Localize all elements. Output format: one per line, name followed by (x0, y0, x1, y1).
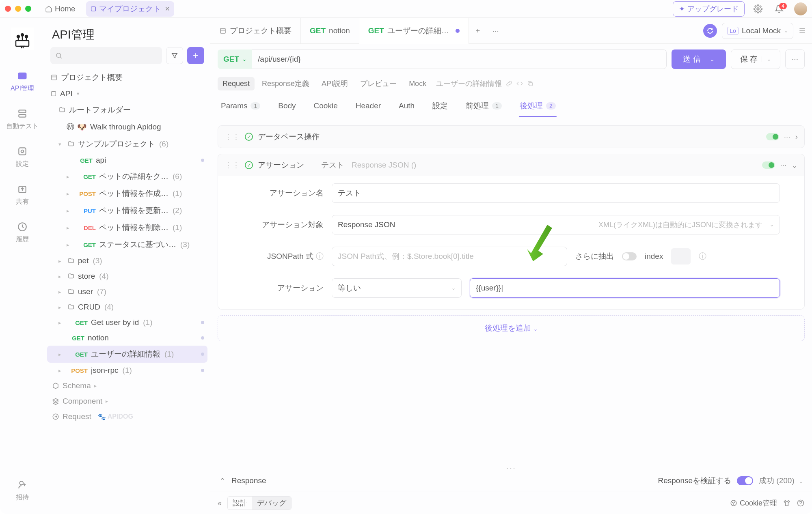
tree-overview[interactable]: プロジェクト概要 (47, 69, 207, 86)
nav-autotest[interactable]: 自動テスト (6, 108, 39, 131)
drag-handle-icon[interactable]: ⋮⋮ (225, 132, 240, 142)
assertion-target-select[interactable]: Response JSON XML(ライクXML)は自動的にJSONに変換されま… (332, 215, 780, 234)
tree-request[interactable]: Request 🐾APIDOG (47, 409, 207, 424)
environment-select[interactable]: Lo Local Mock ⌄ (722, 23, 793, 39)
more-icon[interactable]: ··· (780, 161, 786, 170)
extract-toggle[interactable] (622, 252, 637, 260)
maximize-window-icon[interactable] (25, 6, 31, 12)
mode-segment[interactable]: 設計 デバッグ (227, 496, 292, 510)
reqtab-header[interactable]: Header (355, 97, 382, 117)
tree-folder[interactable]: ▸user(7) (47, 284, 207, 299)
reqtab-pre[interactable]: 前処理1 (465, 97, 503, 117)
seg-debug[interactable]: デバッグ (252, 497, 291, 510)
minitab-request[interactable]: Request (218, 77, 255, 90)
nav-api[interactable]: API管理 (11, 70, 34, 93)
tab-overview[interactable]: プロジェクト概要 (210, 18, 301, 43)
reqtab-params[interactable]: Params1 (220, 97, 261, 117)
close-window-icon[interactable] (5, 6, 11, 12)
index-input[interactable] (671, 248, 691, 265)
tree-component[interactable]: Component ▸ (47, 394, 207, 409)
reqtab-body[interactable]: Body (277, 97, 296, 117)
jsonpath-input[interactable]: JSON Path式、例：$.Store.book[0].title (332, 247, 567, 266)
notifications-icon[interactable]: 4 (771, 4, 787, 13)
minimize-window-icon[interactable] (15, 6, 21, 12)
tree-item[interactable]: GETnotion (47, 330, 207, 346)
save-button[interactable]: 保 存 ⌄ (731, 49, 780, 69)
chevron-up-icon[interactable]: ⌃ (219, 476, 226, 486)
tree-folder[interactable]: ▸pet(3) (47, 253, 207, 269)
send-button[interactable]: 送 信 ⌄ (672, 49, 726, 69)
user-avatar[interactable] (794, 2, 807, 15)
reqtab-auth[interactable]: Auth (398, 97, 415, 117)
tree-item[interactable]: ▸POSTjson-rpc(1) (47, 363, 207, 378)
tshirt-icon[interactable] (783, 499, 791, 507)
nav-share[interactable]: 共有 (16, 183, 29, 206)
seg-design[interactable]: 設計 (228, 497, 252, 510)
panel-toggle-button[interactable] (798, 27, 806, 35)
tab-userdetail[interactable]: GET ユーザーの詳細… (359, 18, 469, 43)
add-button[interactable]: + (187, 47, 204, 64)
drag-handle-icon[interactable]: ⋮⋮ (225, 161, 240, 170)
nav-invite[interactable]: 招待 (16, 479, 29, 502)
reqtab-cookie[interactable]: Cookie (313, 97, 339, 117)
response-splitter[interactable]: ··· (210, 466, 812, 470)
tree-walkthrough[interactable]: Ⓜ 🐶 Walk through Apidog (47, 118, 207, 135)
chevron-down-icon[interactable]: ⌄ (705, 56, 715, 62)
tree-api-root[interactable]: API ▼ (47, 86, 207, 101)
cookie-manager-button[interactable]: Cookie管理 (730, 498, 777, 508)
nav-settings[interactable]: 設定 (16, 145, 29, 168)
minitab-mock[interactable]: Mock (404, 77, 431, 90)
link-icon[interactable] (506, 80, 512, 87)
filter-button[interactable] (166, 47, 183, 64)
assertion-value-input[interactable]: {{user}}| (470, 278, 780, 298)
tree-item[interactable]: GETapi (47, 153, 207, 168)
tree-folder[interactable]: ▸CRUD(4) (47, 299, 207, 315)
tree-root-folder[interactable]: ルートフォルダー (47, 101, 207, 118)
method-select[interactable]: GET ⌄ (218, 49, 252, 69)
tree-folder[interactable]: ▸store(4) (47, 269, 207, 284)
nav-history[interactable]: 履歴 (16, 221, 29, 244)
code-icon[interactable] (516, 80, 523, 87)
collapse-icon[interactable]: « (218, 499, 222, 508)
search-input[interactable] (50, 47, 162, 64)
copy-icon[interactable] (527, 80, 533, 87)
assertion-name-input[interactable]: テスト (332, 183, 780, 203)
minitab-responsedef[interactable]: Response定義 (257, 76, 314, 91)
status-select[interactable]: 成功 (200) ⌄ (759, 475, 803, 486)
minitab-apidoc[interactable]: API説明 (317, 76, 353, 91)
reqtab-post[interactable]: 後処理2 (519, 97, 557, 117)
chevron-right-icon[interactable]: › (795, 132, 798, 141)
tabs-more-button[interactable]: ··· (487, 26, 505, 35)
more-button[interactable]: ··· (785, 49, 805, 69)
tree-schema[interactable]: Schema ▸ (47, 378, 207, 394)
refresh-button[interactable] (703, 24, 717, 38)
new-tab-button[interactable]: + (469, 26, 487, 35)
settings-icon[interactable] (750, 4, 766, 13)
more-icon[interactable]: ··· (784, 132, 790, 141)
chevron-down-icon[interactable]: ⌄ (791, 161, 798, 170)
tree-item[interactable]: ▸DELペット情報を削除…(1) (47, 219, 207, 236)
tab-notion[interactable]: GET notion (301, 18, 359, 43)
chevron-down-icon[interactable]: ⌄ (762, 56, 771, 62)
upgrade-button[interactable]: ✦ アップグレード (673, 1, 745, 17)
url-input[interactable]: /api/user/{id} (252, 49, 667, 69)
project-tab[interactable]: マイプロジェクト ✕ (86, 1, 174, 17)
tree-item[interactable]: ▸GETペットの詳細をク…(6) (47, 168, 207, 185)
help-icon[interactable]: ⓘ (699, 251, 706, 262)
verify-toggle[interactable] (737, 476, 753, 485)
home-button[interactable]: Home (40, 3, 80, 15)
enable-toggle[interactable] (762, 161, 775, 169)
close-project-icon[interactable]: ✕ (165, 5, 170, 13)
enable-toggle[interactable] (766, 133, 779, 140)
help-icon[interactable] (797, 499, 805, 507)
tree-item[interactable]: ▸GETステータスに基づい…(3) (47, 236, 207, 253)
tree-item[interactable]: ▸POSTペット情報を作成…(1) (47, 185, 207, 202)
tree-item-selected[interactable]: ▸GETユーザーの詳細情報(1) (47, 346, 207, 363)
tree-item[interactable]: ▸PUTペット情報を更新…(2) (47, 202, 207, 219)
add-processor-button[interactable]: 後処理を追加 ⌄ (218, 315, 805, 341)
help-icon[interactable]: ⓘ (316, 251, 324, 262)
reqtab-settings[interactable]: 設定 (432, 97, 449, 117)
tree-sample-folder[interactable]: ▾ サンプルプロジェクト (6) (47, 135, 207, 153)
minitab-preview[interactable]: プレビュー (355, 76, 402, 91)
assertion-operator-select[interactable]: 等しい ⌄ (332, 278, 462, 298)
